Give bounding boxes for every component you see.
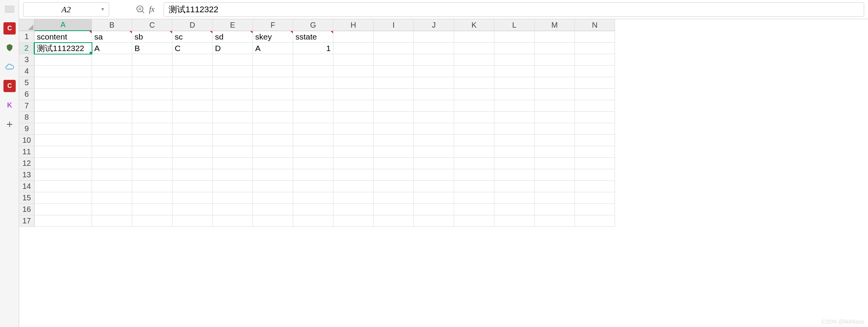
row-header-5[interactable]: 5 xyxy=(19,77,34,89)
formula-input[interactable]: 测试1112322 xyxy=(164,2,864,17)
cell-e10[interactable] xyxy=(213,135,253,146)
cell-j3[interactable] xyxy=(414,54,454,66)
cell-n3[interactable] xyxy=(575,54,615,66)
fx-icon[interactable]: fx xyxy=(148,5,160,14)
cell-a12[interactable] xyxy=(34,158,92,169)
cell-f10[interactable] xyxy=(253,135,293,146)
column-header-k[interactable]: K xyxy=(454,19,494,31)
row-header-17[interactable]: 17 xyxy=(19,215,34,227)
column-header-c[interactable]: C xyxy=(132,19,172,31)
cell-j12[interactable] xyxy=(414,158,454,169)
cell-h4[interactable] xyxy=(333,66,374,77)
cell-b15[interactable] xyxy=(92,192,132,204)
cell-k5[interactable] xyxy=(454,77,494,89)
cell-m10[interactable] xyxy=(535,135,575,146)
cell-m11[interactable] xyxy=(535,146,575,158)
sidebar-item-add[interactable] xyxy=(3,118,16,130)
cell-i2[interactable] xyxy=(374,43,414,54)
cell-a5[interactable] xyxy=(34,77,92,89)
cell-c17[interactable] xyxy=(132,215,172,227)
cell-m3[interactable] xyxy=(535,54,575,66)
cell-i3[interactable] xyxy=(374,54,414,66)
cell-l15[interactable] xyxy=(494,192,535,204)
cell-e3[interactable] xyxy=(213,54,253,66)
cell-c2[interactable]: B xyxy=(132,43,172,54)
cell-m12[interactable] xyxy=(535,158,575,169)
cell-f12[interactable] xyxy=(253,158,293,169)
column-header-n[interactable]: N xyxy=(575,19,615,31)
cell-j14[interactable] xyxy=(414,181,454,192)
cell-a8[interactable] xyxy=(34,112,92,123)
cell-k12[interactable] xyxy=(454,158,494,169)
cell-m15[interactable] xyxy=(535,192,575,204)
cell-g16[interactable] xyxy=(293,204,333,215)
cell-k13[interactable] xyxy=(454,169,494,181)
cell-d9[interactable] xyxy=(172,123,213,135)
cell-a9[interactable] xyxy=(34,123,92,135)
cell-n7[interactable] xyxy=(575,100,615,112)
cell-h8[interactable] xyxy=(333,112,374,123)
cell-i9[interactable] xyxy=(374,123,414,135)
cell-j15[interactable] xyxy=(414,192,454,204)
cell-h9[interactable] xyxy=(333,123,374,135)
cell-k15[interactable] xyxy=(454,192,494,204)
cell-d13[interactable] xyxy=(172,169,213,181)
cell-i7[interactable] xyxy=(374,100,414,112)
cell-k10[interactable] xyxy=(454,135,494,146)
cell-l16[interactable] xyxy=(494,204,535,215)
cell-b5[interactable] xyxy=(92,77,132,89)
row-header-4[interactable]: 4 xyxy=(19,66,34,77)
cell-l3[interactable] xyxy=(494,54,535,66)
cell-b13[interactable] xyxy=(92,169,132,181)
cell-f4[interactable] xyxy=(253,66,293,77)
cell-d8[interactable] xyxy=(172,112,213,123)
column-header-l[interactable]: L xyxy=(494,19,535,31)
cell-j6[interactable] xyxy=(414,89,454,100)
column-header-j[interactable]: J xyxy=(414,19,454,31)
cell-d10[interactable] xyxy=(172,135,213,146)
row-header-12[interactable]: 12 xyxy=(19,158,34,169)
cell-g10[interactable] xyxy=(293,135,333,146)
cell-h10[interactable] xyxy=(333,135,374,146)
cell-b10[interactable] xyxy=(92,135,132,146)
cell-b7[interactable] xyxy=(92,100,132,112)
cell-a15[interactable] xyxy=(34,192,92,204)
row-header-13[interactable]: 13 xyxy=(19,169,34,181)
cell-k3[interactable] xyxy=(454,54,494,66)
cell-i1[interactable] xyxy=(374,31,414,43)
cell-b6[interactable] xyxy=(92,89,132,100)
cell-d6[interactable] xyxy=(172,89,213,100)
cell-h5[interactable] xyxy=(333,77,374,89)
cell-c3[interactable] xyxy=(132,54,172,66)
cell-n16[interactable] xyxy=(575,204,615,215)
cell-j9[interactable] xyxy=(414,123,454,135)
cell-e15[interactable] xyxy=(213,192,253,204)
cell-e2[interactable]: D xyxy=(213,43,253,54)
cell-e9[interactable] xyxy=(213,123,253,135)
cell-k14[interactable] xyxy=(454,181,494,192)
row-header-7[interactable]: 7 xyxy=(19,100,34,112)
cell-c15[interactable] xyxy=(132,192,172,204)
cell-k9[interactable] xyxy=(454,123,494,135)
cell-m6[interactable] xyxy=(535,89,575,100)
cell-m4[interactable] xyxy=(535,66,575,77)
cell-d4[interactable] xyxy=(172,66,213,77)
cell-h7[interactable] xyxy=(333,100,374,112)
sidebar-item-c1[interactable]: C xyxy=(3,22,16,35)
cell-f14[interactable] xyxy=(253,181,293,192)
cell-e6[interactable] xyxy=(213,89,253,100)
cell-i5[interactable] xyxy=(374,77,414,89)
cell-i10[interactable] xyxy=(374,135,414,146)
cell-l11[interactable] xyxy=(494,146,535,158)
cell-a1[interactable]: scontent xyxy=(34,31,92,43)
cell-a3[interactable] xyxy=(34,54,92,66)
sidebar-item-shield[interactable] xyxy=(3,41,16,54)
cell-b9[interactable] xyxy=(92,123,132,135)
cell-b4[interactable] xyxy=(92,66,132,77)
row-header-9[interactable]: 9 xyxy=(19,123,34,135)
sidebar-item-k[interactable]: K xyxy=(3,99,16,111)
cell-c6[interactable] xyxy=(132,89,172,100)
cell-n9[interactable] xyxy=(575,123,615,135)
cell-n8[interactable] xyxy=(575,112,615,123)
cell-a16[interactable] xyxy=(34,204,92,215)
